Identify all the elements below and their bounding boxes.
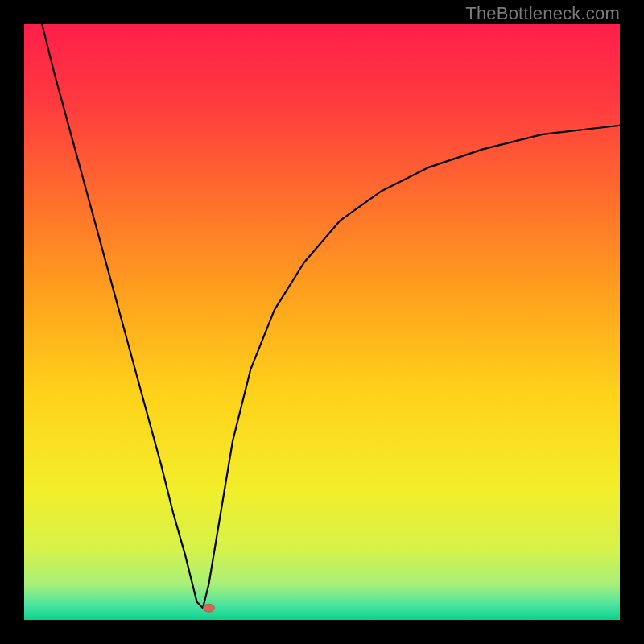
- chart-background: [24, 24, 620, 620]
- optimal-point-marker: [203, 604, 214, 612]
- watermark-text: TheBottleneck.com: [465, 3, 620, 24]
- bottleneck-chart: [24, 24, 620, 620]
